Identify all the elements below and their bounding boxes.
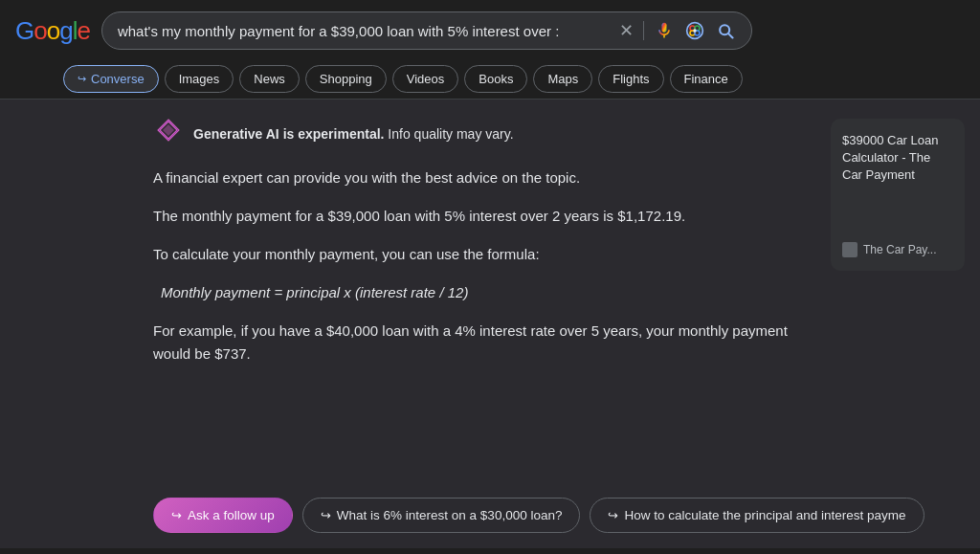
source-name: The Car Pay... (863, 243, 936, 256)
followup-arrow-icon: ↪ (171, 508, 182, 522)
tab-maps[interactable]: Maps (533, 65, 592, 93)
top-bar: Google what's my monthly payment for a $… (15, 11, 965, 50)
ai-para-2: The monthly payment for a $39,000 loan w… (153, 205, 812, 228)
main-content: Generative AI is experimental. Info qual… (0, 100, 980, 482)
google-logo: Google (15, 16, 90, 46)
ai-icon (153, 119, 184, 149)
suggestion-btn-2[interactable]: ↪ What is 6% interest on a $30,000 loan? (302, 498, 581, 533)
ai-badge-text: Generative AI is experimental. Info qual… (193, 126, 514, 142)
side-card-title: $39000 Car Loan Calculator - The Car Pay… (842, 132, 953, 185)
ai-para-3: To calculate your monthly payment, you c… (153, 243, 812, 266)
tab-shopping[interactable]: Shopping (305, 65, 387, 93)
search-icons: ✕ (619, 20, 736, 41)
suggestion-btn-3[interactable]: ↪ How to calculate the principal and int… (590, 498, 924, 533)
tab-flights[interactable]: Flights (598, 65, 663, 93)
tab-videos[interactable]: Videos (392, 65, 459, 93)
tab-images[interactable]: Images (165, 65, 234, 93)
tab-news[interactable]: News (239, 65, 300, 93)
tab-converse[interactable]: ↪ Converse (63, 65, 159, 93)
search-bar[interactable]: what's my monthly payment for a $39,000 … (101, 11, 752, 50)
converse-arrow-icon: ↪ (78, 73, 86, 85)
search-button-icon[interactable] (715, 20, 736, 41)
source-favicon (842, 242, 858, 257)
search-input: what's my monthly payment for a $39,000 … (118, 23, 612, 39)
ai-panel: Generative AI is experimental. Info qual… (153, 119, 812, 482)
ai-header: Generative AI is experimental. Info qual… (153, 119, 812, 149)
divider (643, 21, 644, 40)
clear-icon[interactable]: ✕ (619, 20, 634, 41)
header: Google what's my monthly payment for a $… (0, 0, 980, 99)
nav-tabs: ↪ Converse Images News Shopping Videos B… (15, 59, 965, 99)
lens-icon[interactable] (684, 20, 705, 41)
ask-followup-button[interactable]: ↪ Ask a follow up (153, 498, 293, 533)
suggestion2-arrow-icon: ↪ (321, 508, 331, 522)
tab-books[interactable]: Books (464, 65, 527, 93)
svg-point-5 (693, 29, 696, 32)
ai-para-5: For example, if you have a $40,000 loan … (153, 320, 812, 366)
suggestion3-arrow-icon: ↪ (608, 508, 618, 522)
side-card[interactable]: $39000 Car Loan Calculator - The Car Pay… (831, 119, 965, 271)
ai-para-1: A financial expert can provide you with … (153, 166, 812, 189)
suggestions-bar: ↪ Ask a follow up ↪ What is 6% interest … (0, 482, 980, 548)
ai-formula: Monthly payment = principal x (interest … (161, 281, 812, 304)
side-card-source: The Car Pay... (842, 242, 953, 257)
ai-body: A financial expert can provide you with … (153, 166, 812, 366)
tab-finance[interactable]: Finance (670, 65, 743, 93)
mic-icon[interactable] (654, 20, 675, 41)
